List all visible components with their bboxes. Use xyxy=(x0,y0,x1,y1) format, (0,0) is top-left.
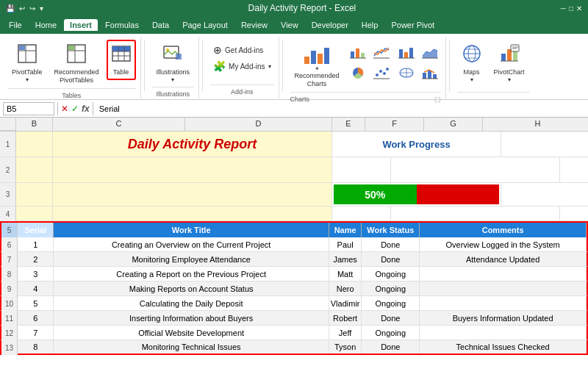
cell-f10[interactable]: Ongoing xyxy=(362,296,420,310)
illustrations-button[interactable]: Illustrations ▾ xyxy=(152,40,195,87)
cell-e9[interactable]: Nero xyxy=(329,281,362,295)
col-header-c[interactable]: C xyxy=(53,118,185,131)
table-button[interactable]: Table xyxy=(107,40,136,80)
menu-file[interactable]: File xyxy=(3,19,28,31)
cell-e8[interactable]: Matt xyxy=(329,267,362,281)
area-chart-button[interactable] xyxy=(419,43,441,62)
cell-gh10[interactable] xyxy=(420,296,587,310)
cell-e13[interactable]: Tyson xyxy=(329,340,362,354)
cell-b4[interactable] xyxy=(16,207,53,220)
my-addins-button[interactable]: 🧩 My Add-ins ▾ xyxy=(210,59,273,73)
cell-f13[interactable]: Done xyxy=(362,340,420,354)
cell-b1[interactable] xyxy=(16,132,53,157)
cell-c4[interactable] xyxy=(53,207,332,220)
title-bar-controls[interactable]: ─ □ ✕ xyxy=(561,4,582,12)
menu-insert[interactable]: Insert xyxy=(64,19,98,31)
cell-b11[interactable]: 6 xyxy=(18,311,54,325)
cell-f2[interactable] xyxy=(332,157,391,182)
cell-cd12[interactable]: Official Website Development xyxy=(54,326,329,340)
cell-e6[interactable]: Paul xyxy=(329,237,362,251)
cell-e5[interactable]: Name xyxy=(329,223,362,237)
cell-b12[interactable]: 7 xyxy=(18,326,54,340)
cell-e11[interactable]: Robert xyxy=(329,311,362,325)
close-btn[interactable]: ✕ xyxy=(576,4,582,12)
surface-chart-button[interactable] xyxy=(395,63,417,82)
line-chart-button[interactable] xyxy=(370,43,392,62)
cell-b3[interactable] xyxy=(16,183,53,206)
cell-f9[interactable]: Ongoing xyxy=(362,281,420,295)
cell-b10[interactable]: 5 xyxy=(18,296,54,310)
minimize-btn[interactable]: ─ xyxy=(561,4,566,12)
cell-b7[interactable]: 2 xyxy=(18,252,54,266)
recommended-pivottables-button[interactable]: RecommendedPivotTables xyxy=(50,40,104,88)
pivotchart-button[interactable]: PivotChart ▾ xyxy=(490,40,529,87)
cell-cd5-merged[interactable]: Work Title xyxy=(54,223,329,237)
cell-gh7[interactable]: Attendance Updated xyxy=(420,252,587,266)
cell-gh9[interactable] xyxy=(420,281,587,295)
get-addins-button[interactable]: ⊕ Get Add-ins xyxy=(210,43,273,57)
cell-efgh3-merged[interactable]: 50% xyxy=(332,183,501,206)
cell-f5[interactable]: Work Status xyxy=(362,223,420,237)
cell-c2[interactable] xyxy=(53,157,332,182)
cell-b6[interactable]: 1 xyxy=(18,237,54,251)
cell-gh1-merged[interactable]: Work Progress xyxy=(332,132,501,157)
cell-gh6[interactable]: Overview Logged in the System xyxy=(420,237,587,251)
charts-dialog-launcher[interactable]: ⬚ xyxy=(434,96,441,103)
col-header-g[interactable]: G xyxy=(424,118,483,131)
cell-c3[interactable] xyxy=(53,183,332,206)
confirm-icon[interactable]: ✓ xyxy=(71,104,79,114)
cell-f11[interactable]: Done xyxy=(362,311,420,325)
pie-chart-button[interactable] xyxy=(347,63,369,82)
maximize-btn[interactable]: □ xyxy=(569,4,573,12)
cell-e12[interactable]: Jeff xyxy=(329,326,362,340)
cell-f12[interactable]: Ongoing xyxy=(362,326,420,340)
cell-b13[interactable]: 8 xyxy=(18,340,54,354)
recommended-charts-button[interactable]: ✦ RecommendedCharts xyxy=(290,40,344,92)
cell-b8[interactable]: 3 xyxy=(18,267,54,281)
col-header-d[interactable]: D xyxy=(185,118,332,131)
col-header-e[interactable]: E xyxy=(332,118,365,131)
cell-cd7[interactable]: Monitoring Employee Attendance xyxy=(54,252,329,266)
menu-power-pivot[interactable]: Power Pivot xyxy=(385,19,440,31)
col-header-f[interactable]: F xyxy=(365,118,424,131)
menu-data[interactable]: Data xyxy=(146,19,175,31)
function-icon[interactable]: fx xyxy=(82,104,90,114)
cancel-icon[interactable]: ✕ xyxy=(61,104,68,114)
cell-cd9[interactable]: Making Reports on Account Status xyxy=(54,281,329,295)
maps-button[interactable]: Maps ▾ xyxy=(457,40,487,87)
menu-page-layout[interactable]: Page Layout xyxy=(176,19,234,31)
cell-gh8[interactable] xyxy=(420,267,587,281)
cell-f4[interactable] xyxy=(332,207,391,220)
combo-chart-button[interactable] xyxy=(419,63,441,82)
menu-review[interactable]: Review xyxy=(235,19,273,31)
menu-view[interactable]: View xyxy=(275,19,304,31)
col-header-b[interactable]: B xyxy=(16,118,53,131)
cell-cd11[interactable]: Inserting Information about Buyers xyxy=(54,311,329,325)
cell-b5[interactable]: Serial xyxy=(18,223,54,237)
cell-cd8[interactable]: Creating a Report on the Previous Projec… xyxy=(54,267,329,281)
cell-cd6[interactable]: Creating an Overview on the Current Proj… xyxy=(54,237,329,251)
column-chart-button[interactable] xyxy=(347,43,369,62)
col-header-h[interactable]: H xyxy=(483,118,588,131)
pivot-table-button[interactable]: PivotTable ▾ xyxy=(7,40,47,87)
cell-cd13[interactable]: Monitoring Technical Issues xyxy=(54,340,329,354)
menu-developer[interactable]: Developer xyxy=(306,19,354,31)
cell-bcd1-merged[interactable]: Daily Activity Report xyxy=(53,132,332,157)
cell-f6[interactable]: Done xyxy=(362,237,420,251)
menu-help[interactable]: Help xyxy=(356,19,384,31)
cell-g4[interactable] xyxy=(391,207,560,220)
cell-reference-box[interactable]: B5 xyxy=(3,102,54,115)
formula-input[interactable] xyxy=(96,104,585,113)
cell-gh11[interactable]: Buyers Information Updated xyxy=(420,311,587,325)
cell-f7[interactable]: Done xyxy=(362,252,420,266)
cell-gh5-merged[interactable]: Comments xyxy=(420,223,587,237)
menu-home[interactable]: Home xyxy=(29,19,62,31)
cell-gh13[interactable]: Technical Issues Checked xyxy=(420,340,587,354)
cell-e10[interactable]: Vladimir xyxy=(329,296,362,310)
cell-e7[interactable]: James xyxy=(329,252,362,266)
cell-f8[interactable]: Ongoing xyxy=(362,267,420,281)
cell-b2[interactable] xyxy=(16,157,53,182)
cell-gh12[interactable] xyxy=(420,326,587,340)
scatter-chart-button[interactable] xyxy=(370,63,392,82)
cell-cd10[interactable]: Calculating the Daily Deposit xyxy=(54,296,329,310)
